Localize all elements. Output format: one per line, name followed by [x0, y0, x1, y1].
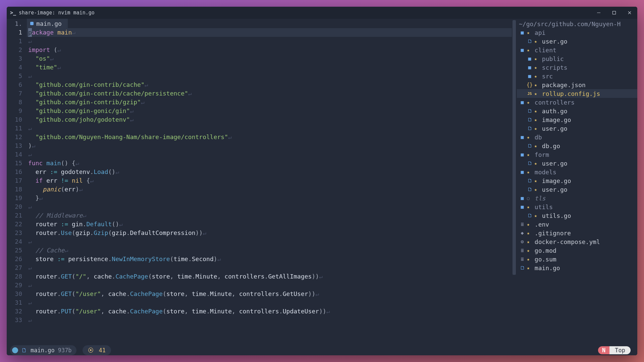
code-line[interactable]: 10 "github.com/joho/godotenv"↵ — [7, 115, 512, 124]
code-line[interactable]: 24↵ — [7, 237, 512, 246]
folder-icon: ■ — [519, 47, 526, 53]
maximize-button[interactable] — [606, 7, 622, 19]
tree-item[interactable]: ■★ scripts — [517, 63, 637, 72]
code-line[interactable]: 27↵ — [7, 263, 512, 272]
line-number: 22 — [7, 220, 27, 229]
tree-item-label: go.mod — [531, 247, 556, 254]
code-line[interactable]: 22 router := gin.Default()↵ — [7, 220, 512, 229]
git-status-icon: ★ — [533, 56, 538, 61]
tree-item[interactable]: ■★ public — [517, 54, 637, 63]
code-line[interactable]: 11↵ — [7, 124, 512, 133]
editor-area: 1. main.go 1package main↵1↵2import (↵3 "… — [7, 19, 637, 345]
scrollbar[interactable] — [512, 19, 517, 345]
tree-item-label: utils.go — [538, 212, 571, 219]
code-line[interactable]: 31↵ — [7, 298, 512, 307]
tree-item[interactable]: JS★ rollup.config.js — [517, 89, 637, 98]
tree-item[interactable]: ⚙★ docker-compose.yml — [517, 237, 637, 246]
git-status-icon: ★ — [526, 239, 531, 244]
minimize-button[interactable] — [591, 7, 606, 19]
gear-icon: ⚙ — [519, 239, 526, 245]
tree-item[interactable]: ■★ db — [517, 133, 637, 141]
code-line[interactable]: 8 "github.com/gin-contrib/gzip"↵ — [7, 98, 512, 107]
git-status-icon: ★ — [526, 169, 531, 175]
tree-item[interactable]: ■★ controllers — [517, 98, 637, 107]
code-line[interactable]: 23 router.Use(gzip.Gzip(gzip.DefaultComp… — [7, 229, 512, 237]
tree-item[interactable]: 🗋★ db.go — [517, 141, 637, 150]
code-line[interactable]: 28 router.GET("/", cache.CachePage(store… — [7, 272, 512, 281]
code-viewport[interactable]: 1package main↵1↵2import (↵3 "os"↵4 "time… — [7, 28, 512, 345]
tree-item[interactable]: ■★ utils — [517, 202, 637, 211]
tree-item-label: .env — [531, 221, 549, 228]
line-number: 29 — [7, 281, 27, 290]
tree-item[interactable]: 🗋★ user.go — [517, 185, 637, 194]
code-line[interactable]: 12 "github.com/Nguyen-Hoang-Nam/share-im… — [7, 133, 512, 141]
tree-item[interactable]: ■★ src — [517, 72, 637, 80]
tree-item[interactable]: ■★ form — [517, 150, 637, 159]
scrollbar-thumb[interactable] — [513, 20, 516, 275]
code-line[interactable]: 30 router.GET("/user", cache.CachePage(s… — [7, 290, 512, 298]
tree-item[interactable]: ≣★ go.sum — [517, 255, 637, 263]
file-tree[interactable]: ~/go/src/github.com/Nguyen-H ■★ api🗋★ us… — [517, 19, 637, 345]
mode-indicator-icon — [12, 347, 18, 353]
line-number: 1 — [7, 28, 27, 37]
lines-icon: ≣ — [519, 256, 526, 262]
code-line[interactable]: 1package main↵ — [7, 28, 512, 37]
code-line[interactable]: 13)↵ — [7, 141, 512, 150]
code-line[interactable]: 19 }↵ — [7, 194, 512, 202]
git-status-icon: ★ — [533, 213, 538, 218]
code-line[interactable]: 5↵ — [7, 72, 512, 80]
git-status-icon: ★ — [533, 82, 538, 87]
tree-item[interactable]: 🗋★ image.go — [517, 176, 637, 185]
tree-item[interactable]: ■○ tls — [517, 194, 637, 202]
code-line[interactable]: 21 // Middleware↵ — [7, 211, 512, 220]
tab-main-go[interactable]: main.go — [27, 19, 68, 28]
tree-item[interactable]: 🗋★ image.go — [517, 115, 637, 124]
line-number: 5 — [7, 72, 27, 80]
git-status-icon: ★ — [533, 91, 538, 96]
code-line[interactable]: 26 store := persistence.NewInMemoryStore… — [7, 255, 512, 263]
code-line[interactable]: 7 "github.com/gin-contrib/cache/persiste… — [7, 89, 512, 98]
code-line[interactable]: 17 if err != nil {↵ — [7, 176, 512, 185]
tree-item[interactable]: ◆★ .gitignore — [517, 229, 637, 237]
line-number: 12 — [7, 133, 27, 141]
tree-item[interactable]: ≣★ go.mod — [517, 246, 637, 255]
code-line[interactable]: 14↵ — [7, 150, 512, 159]
code-line[interactable]: 29↵ — [7, 281, 512, 290]
code-line[interactable]: 32 router.PUT("/user", cache.CachePage(s… — [7, 307, 512, 316]
code-line[interactable]: 4 "time"↵ — [7, 63, 512, 72]
lines-icon: ≣ — [519, 247, 526, 253]
tree-item[interactable]: ■★ models — [517, 168, 637, 176]
line-number: 21 — [7, 211, 27, 220]
go-icon: 🗋 — [526, 38, 533, 44]
code-line[interactable]: 33↵ — [7, 316, 512, 324]
git-status-icon: ★ — [533, 108, 538, 114]
folder-icon: ■ — [519, 195, 526, 201]
close-button[interactable] — [622, 7, 637, 19]
tree-item[interactable]: 🗋★ user.go — [517, 124, 637, 133]
code-line[interactable]: 3 "os"↵ — [7, 54, 512, 63]
tree-item-label: user.go — [538, 186, 568, 193]
code-line[interactable]: 18 panic(err)↵ — [7, 185, 512, 194]
tree-item[interactable]: ≣★ .env — [517, 220, 637, 229]
status-file: 🗋 main.go 937b — [10, 345, 76, 355]
tree-item[interactable]: 🗋★ auth.go — [517, 107, 637, 115]
vim-mode: N — [598, 346, 609, 354]
tree-item[interactable]: {}★ package.json — [517, 80, 637, 89]
code-line[interactable]: 9 "github.com/gin-gonic/gin"↵ — [7, 107, 512, 115]
terminal-window: >_ share-image: nvim main.go 1. main.go … — [7, 7, 637, 355]
tree-item[interactable]: 🗋★ main.go — [517, 263, 637, 272]
tree-item[interactable]: ■★ api — [517, 28, 637, 37]
tree-item[interactable]: 🗋★ utils.go — [517, 211, 637, 220]
tree-item[interactable]: ■★ client — [517, 46, 637, 54]
code-line[interactable]: 20↵ — [7, 202, 512, 211]
code-line[interactable]: 1↵ — [7, 37, 512, 46]
code-line[interactable]: 15func main() {↵ — [7, 159, 512, 168]
code-line[interactable]: 6 "github.com/gin-contrib/cache"↵ — [7, 80, 512, 89]
code-line[interactable]: 16 err := godotenv.Load()↵ — [7, 168, 512, 176]
titlebar[interactable]: >_ share-image: nvim main.go — [7, 7, 637, 19]
code-line[interactable]: 25 // Cache↵ — [7, 246, 512, 255]
tree-item[interactable]: 🗋★ user.go — [517, 159, 637, 168]
git-status-icon: ★ — [526, 47, 531, 53]
tree-item[interactable]: 🗋★ user.go — [517, 37, 637, 46]
code-line[interactable]: 2import (↵ — [7, 46, 512, 54]
